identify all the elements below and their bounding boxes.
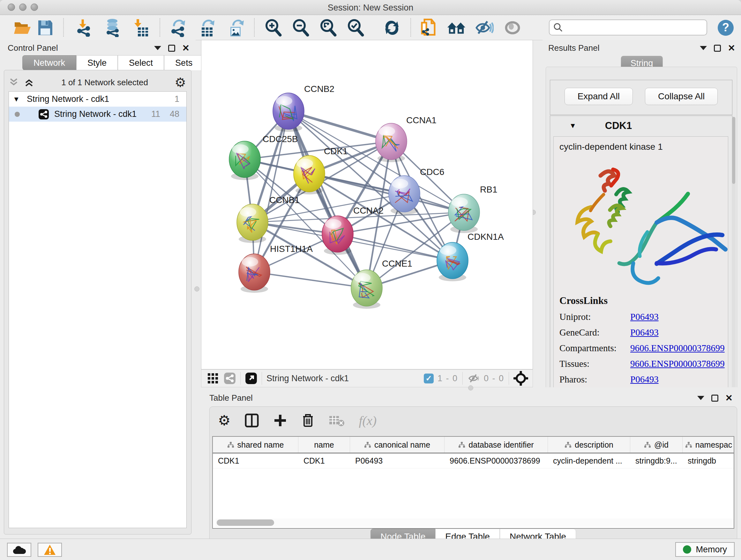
graph-node-CCNA2[interactable]	[322, 216, 353, 255]
zoom-selected-button[interactable]	[346, 19, 365, 37]
results-scrollbar[interactable]	[732, 117, 736, 414]
import-network-database-button[interactable]	[103, 19, 122, 37]
table-panel-close-icon[interactable]: ✕	[725, 394, 733, 402]
graph-node-RB1[interactable]	[448, 194, 480, 233]
collapse-all-icon[interactable]	[9, 78, 19, 87]
birds-eye-icon[interactable]	[514, 371, 528, 386]
table-cell[interactable]: CDK1	[298, 453, 350, 468]
graph-node-label-CDKN1A: CDKN1A	[468, 232, 504, 242]
crosslink-link[interactable]: P06493	[630, 312, 659, 322]
warnings-button[interactable]	[38, 543, 62, 557]
column-header-shared-name[interactable]: shared name	[213, 437, 298, 453]
table-cell[interactable]: P06493	[350, 453, 445, 468]
bottom-splitter-handle[interactable]	[468, 385, 473, 390]
zoom-fit-button[interactable]	[319, 19, 338, 37]
tab-network[interactable]: Network	[22, 55, 76, 70]
table-cell[interactable]: stringdb:9...	[630, 453, 683, 468]
open-session-button[interactable]	[13, 19, 32, 37]
string-import-button[interactable]	[419, 19, 438, 37]
column-header-name[interactable]: name	[298, 437, 350, 453]
tab-sets[interactable]: Sets	[164, 55, 204, 70]
results-panel-float-icon[interactable]	[714, 45, 721, 52]
table-row[interactable]: CDK1CDK1P064939606.ENSP00000378699cyclin…	[213, 453, 734, 469]
eye-slash-blue-icon	[475, 19, 494, 36]
import-network-file-button[interactable]	[74, 19, 93, 37]
grid-view-icon[interactable]	[206, 372, 219, 385]
collection-expander-icon[interactable]: ▼	[9, 95, 20, 104]
string-home-button[interactable]	[447, 19, 466, 37]
eye-button[interactable]	[503, 19, 522, 37]
crosslink-link[interactable]: P06493	[630, 374, 659, 385]
crosslink-row: Pharos:P06493	[559, 374, 728, 385]
shared-column-icon	[564, 442, 571, 448]
control-panel-close-icon[interactable]: ✕	[182, 44, 190, 53]
import-table-file-button[interactable]	[131, 19, 151, 37]
enrichment-hide-button[interactable]	[475, 19, 494, 37]
network-view-icon[interactable]	[224, 372, 236, 384]
column-header-canonical-name[interactable]: canonical name	[350, 437, 445, 453]
network-view-canvas[interactable]: CCNB2CCNA1CDC25BCDK1CDC6RB1CCNB1CCNA2CDK…	[201, 40, 533, 369]
table-panel-float-icon[interactable]	[711, 395, 718, 401]
column-header-namespac[interactable]: namespac	[683, 437, 734, 453]
entry-expander-icon[interactable]: ▼	[569, 122, 576, 130]
network-row-label: String Network - cdk1	[54, 109, 151, 119]
column-header-database-identifier[interactable]: database identifier	[445, 437, 548, 453]
table-cell[interactable]: cyclin-dependent ...	[548, 453, 630, 468]
add-column-icon[interactable]	[273, 414, 287, 428]
network-collection-row[interactable]: ▼ String Network - cdk1 1	[9, 91, 186, 107]
graph-node-CCNB2[interactable]	[273, 93, 304, 132]
control-panel-tabs: Network Style Select Sets	[22, 55, 204, 70]
help-button[interactable]: ?	[716, 19, 735, 37]
crosslink-link[interactable]: P06493	[630, 327, 659, 338]
left-splitter-handle[interactable]	[194, 287, 199, 292]
export-image-button[interactable]	[226, 19, 245, 37]
table-cell[interactable]: 9606.ENSP00000378699	[445, 453, 548, 468]
results-panel-menu-icon[interactable]	[700, 46, 707, 50]
network-row-selected[interactable]: String Network - cdk1 11 48	[9, 107, 186, 122]
hidden-eye-slash-icon[interactable]	[467, 373, 481, 384]
expand-all-button[interactable]: Expand All	[564, 88, 633, 105]
control-panel-float-icon[interactable]	[168, 45, 175, 52]
selected-nodes-checkbox[interactable]: ✓	[424, 374, 434, 383]
zoom-in-button[interactable]	[264, 19, 283, 37]
function-builder-icon[interactable]: f(x)	[359, 413, 377, 428]
zoom-out-button[interactable]	[291, 19, 310, 37]
table-hscrollbar[interactable]	[215, 518, 734, 527]
expand-all-icon[interactable]	[24, 78, 35, 87]
tab-style[interactable]: Style	[76, 55, 118, 70]
tab-select[interactable]: Select	[118, 55, 164, 70]
cloud-status-button[interactable]	[7, 543, 31, 557]
refresh-button[interactable]	[382, 19, 401, 37]
column-header-@id[interactable]: @id	[630, 437, 683, 453]
export-table-button[interactable]	[197, 19, 216, 37]
graph-node-CCNA1[interactable]	[376, 123, 407, 162]
crosslinks-list: Uniprot:P06493GeneCard:P06493Compartment…	[559, 312, 728, 385]
results-panel-close-icon[interactable]: ✕	[728, 44, 735, 53]
delete-table-icon[interactable]	[329, 414, 345, 427]
table-cell[interactable]: stringdb	[683, 453, 734, 468]
crosslink-link[interactable]: 9606.ENSP00000378699	[630, 343, 725, 354]
crosslink-link[interactable]: 9606.ENSP00000378699	[630, 359, 725, 369]
detach-view-icon[interactable]	[245, 372, 257, 384]
table-options-gear-icon[interactable]: ⚙	[218, 414, 230, 428]
graph-node-CDKN1A[interactable]	[437, 242, 468, 281]
delete-column-trash-icon[interactable]	[301, 413, 315, 428]
graph-node-CDC25B[interactable]	[229, 141, 260, 180]
graph-node-CDC6[interactable]	[389, 176, 420, 214]
column-header-description[interactable]: description	[548, 437, 630, 453]
table-panel-menu-icon[interactable]	[697, 396, 704, 400]
export-network-button[interactable]	[169, 19, 188, 37]
graph-node-CCNE1[interactable]	[351, 270, 382, 309]
collapse-all-button[interactable]: Collapse All	[645, 88, 718, 105]
graph-node-CCNB1[interactable]	[237, 204, 268, 243]
table-cell[interactable]: CDK1	[213, 453, 298, 468]
control-panel-menu-icon[interactable]	[154, 46, 161, 50]
search-input[interactable]	[563, 22, 698, 33]
graph-node-CDK1[interactable]	[293, 155, 325, 194]
graph-node-HIST1H1A[interactable]	[239, 254, 270, 293]
gear-icon[interactable]: ⚙	[175, 76, 186, 89]
show-columns-icon[interactable]	[245, 413, 259, 428]
database-icon	[104, 18, 121, 37]
memory-button[interactable]: Memory	[675, 542, 735, 557]
save-session-button[interactable]	[36, 19, 55, 37]
